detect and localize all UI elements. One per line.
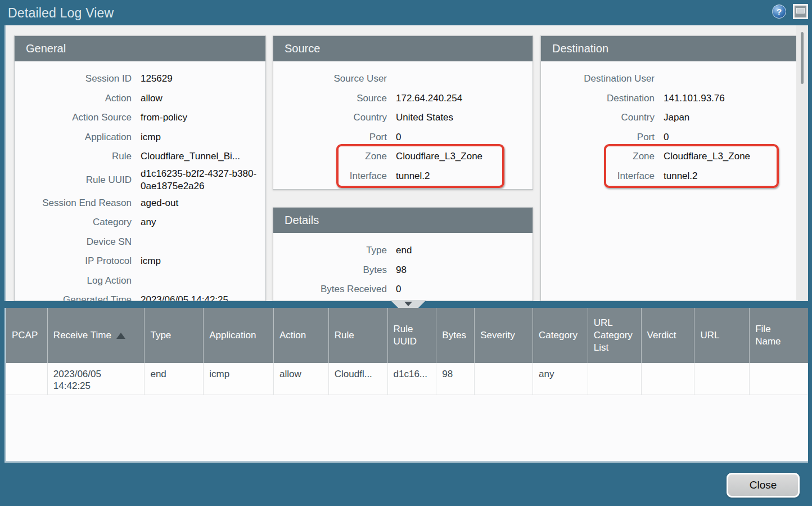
field-label: Interface bbox=[273, 170, 387, 182]
field-value: Cloudflare_L3_Zone bbox=[396, 150, 533, 163]
field-value: 0 bbox=[396, 283, 533, 295]
field-destination-interface: Interfacetunnel.2 bbox=[541, 167, 797, 186]
help-icon[interactable]: ? bbox=[772, 5, 786, 19]
field-value: allow bbox=[141, 92, 265, 105]
field-value: Japan bbox=[664, 111, 797, 124]
field-value: d1c16235-b2f2-4327-b380-0ae1875e2a26 bbox=[141, 168, 265, 192]
cell-rule-uuid: d1c16... bbox=[388, 363, 437, 395]
restore-window-icon[interactable] bbox=[793, 4, 808, 19]
cell-pcap bbox=[6, 363, 48, 395]
panel-details-header: Details bbox=[273, 208, 533, 233]
field-value: tunnel.2 bbox=[396, 170, 533, 182]
field-label: Bytes Received bbox=[273, 283, 387, 295]
panel-source: Source Source User Source172.64.240.254 … bbox=[273, 35, 533, 190]
field-label: IP Protocol bbox=[15, 255, 132, 267]
field-category: Categoryany bbox=[15, 213, 265, 232]
field-label: Type bbox=[273, 244, 387, 257]
cell-bytes: 98 bbox=[436, 363, 475, 395]
cell-severity bbox=[475, 363, 533, 395]
source-column: Source Source User Source172.64.240.254 … bbox=[273, 35, 533, 301]
field-value: icmp bbox=[141, 131, 265, 144]
field-log-action: Log Action bbox=[15, 271, 265, 291]
field-value: United States bbox=[396, 111, 533, 124]
column-header-verdict[interactable]: Verdict bbox=[642, 308, 695, 363]
field-value: 2023/06/05 14:42:25 bbox=[141, 294, 265, 301]
column-header-label: Receive Time bbox=[53, 329, 111, 342]
column-header-type[interactable]: Type bbox=[145, 308, 204, 363]
field-label: Application bbox=[15, 131, 132, 144]
column-header-label: Verdict bbox=[647, 329, 676, 342]
column-header-url[interactable]: URL bbox=[694, 308, 750, 363]
field-label: Zone bbox=[541, 150, 655, 163]
column-header-label: Category bbox=[539, 329, 578, 342]
splitter-collapse-handle[interactable] bbox=[390, 300, 426, 308]
cell-rule: Cloudfl... bbox=[329, 363, 388, 395]
column-header-label: Bytes bbox=[442, 329, 466, 342]
log-table: PCAP Receive Time Type Application Actio… bbox=[4, 308, 808, 463]
field-session-id: Session ID125629 bbox=[15, 69, 265, 89]
column-header-label: URL bbox=[700, 329, 719, 342]
close-button[interactable]: Close bbox=[727, 473, 800, 498]
field-type: Typeend bbox=[273, 241, 533, 261]
field-label: Session ID bbox=[15, 73, 132, 85]
cell-file-name bbox=[750, 363, 808, 395]
field-label: Country bbox=[273, 111, 387, 124]
page-title: Detailed Log View bbox=[8, 6, 114, 21]
field-rule-uuid: Rule UUIDd1c16235-b2f2-4327-b380-0ae1875… bbox=[15, 167, 265, 194]
column-header-file-name[interactable]: File Name bbox=[750, 308, 808, 363]
column-header-action[interactable]: Action bbox=[274, 308, 329, 363]
chevron-down-icon bbox=[404, 302, 412, 306]
field-label: Log Action bbox=[15, 275, 132, 287]
field-label: Rule bbox=[15, 150, 132, 163]
cell-verdict bbox=[642, 363, 695, 395]
vertical-scrollbar-track[interactable] bbox=[796, 25, 808, 301]
sort-ascending-icon bbox=[116, 333, 125, 339]
field-label: Source User bbox=[273, 73, 387, 85]
cell-category: any bbox=[533, 363, 588, 395]
field-label: Action bbox=[15, 92, 132, 105]
field-destination-user: Destination User bbox=[541, 69, 797, 89]
field-label: Country bbox=[541, 111, 655, 124]
field-action-source: Action Sourcefrom-policy bbox=[15, 108, 265, 128]
column-header-label: Application bbox=[209, 329, 256, 342]
column-header-label: File Name bbox=[755, 323, 782, 348]
panel-destination: Destination Destination User Destination… bbox=[540, 35, 798, 301]
cell-type: end bbox=[145, 363, 204, 395]
field-source-zone: ZoneCloudflare_L3_Zone bbox=[273, 147, 533, 167]
log-table-header: PCAP Receive Time Type Application Actio… bbox=[6, 308, 808, 363]
field-label: Category bbox=[15, 216, 132, 229]
field-value: 172.64.240.254 bbox=[396, 92, 533, 105]
cell-url bbox=[694, 363, 750, 395]
field-value: 141.101.93.76 bbox=[664, 92, 797, 105]
column-header-bytes[interactable]: Bytes bbox=[436, 308, 475, 363]
field-value: icmp bbox=[141, 255, 265, 267]
field-destination-port: Port0 bbox=[541, 128, 797, 147]
detail-panels-pane: General Session ID125629 Actionallow Act… bbox=[4, 25, 808, 301]
table-row[interactable]: 2023/06/05 14:42:25 end icmp allow Cloud… bbox=[6, 363, 808, 395]
column-header-application[interactable]: Application bbox=[204, 308, 274, 363]
field-label: Destination User bbox=[541, 73, 655, 85]
column-header-pcap[interactable]: PCAP bbox=[6, 308, 48, 363]
column-header-url-category-list[interactable]: URL Category List bbox=[588, 308, 642, 363]
column-header-rule-uuid[interactable]: Rule UUID bbox=[388, 308, 437, 363]
field-destination: Destination141.101.93.76 bbox=[541, 89, 797, 109]
vertical-scrollbar-thumb[interactable] bbox=[801, 32, 804, 84]
column-header-receive-time[interactable]: Receive Time bbox=[48, 308, 145, 363]
field-value: end bbox=[396, 244, 533, 257]
field-value: 125629 bbox=[141, 73, 265, 85]
field-label: Session End Reason bbox=[15, 197, 132, 209]
field-label: Interface bbox=[541, 170, 655, 182]
field-label: Action Source bbox=[15, 111, 132, 124]
column-header-label: PCAP bbox=[12, 329, 38, 342]
column-header-category[interactable]: Category bbox=[533, 308, 588, 363]
field-value: 98 bbox=[396, 264, 533, 276]
cell-url-category-list bbox=[588, 363, 642, 395]
column-header-rule[interactable]: Rule bbox=[329, 308, 388, 363]
panel-details: Details Typeend Bytes98 Bytes Received0 bbox=[273, 207, 533, 301]
panel-general-header: General bbox=[15, 36, 265, 61]
field-application: Applicationicmp bbox=[15, 128, 265, 147]
field-source-user: Source User bbox=[273, 69, 533, 89]
column-header-severity[interactable]: Severity bbox=[475, 308, 533, 363]
panel-general: General Session ID125629 Actionallow Act… bbox=[14, 35, 266, 301]
column-header-label: URL Category List bbox=[594, 317, 635, 354]
